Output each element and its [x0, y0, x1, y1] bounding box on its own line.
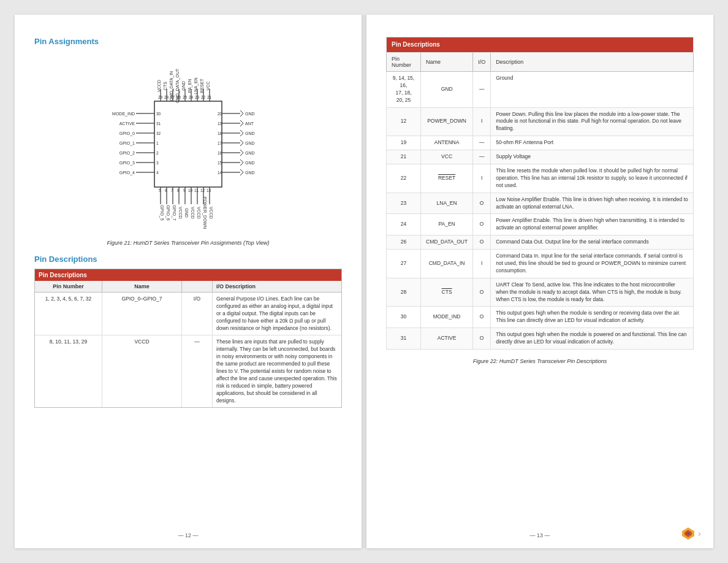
cell-desc: This output goes high when the module is…: [491, 328, 694, 350]
cell-io: O: [473, 328, 491, 350]
svg-text:19: 19: [218, 121, 222, 126]
svg-text:14: 14: [218, 170, 222, 175]
cell-pin: 24: [387, 214, 421, 236]
svg-text:4: 4: [156, 170, 159, 175]
svg-text:27: 27: [170, 95, 175, 99]
right-table-col-header-row: Pin Number Name I/O Description: [387, 53, 694, 72]
cell-pin: 9, 14, 15, 16,17, 18, 20, 25: [387, 72, 421, 108]
cell-name: RESET: [421, 164, 473, 193]
table-row: 23 LNA_EN O Low Noise Amplifier Enable. …: [387, 193, 694, 214]
svg-text:24: 24: [189, 95, 194, 99]
svg-text:25: 25: [183, 95, 188, 99]
cell-name: POWER_DOWN: [421, 107, 473, 136]
table-row: 22 RESET I This line resets the module w…: [387, 164, 694, 193]
cell-name: GPIO_0–GPIO_7: [102, 293, 182, 335]
cell-desc: This output goes high when the module is…: [491, 307, 694, 328]
table-row: 12 POWER_DOWN I Power Down. Pulling this…: [387, 107, 694, 136]
table-row: 19 ANTENNA — 50-ohm RF Antenna Port: [387, 136, 694, 150]
svg-text:3: 3: [156, 161, 159, 165]
cell-desc: Command Data In. Input line for the seri…: [491, 250, 694, 278]
cell-io: O: [473, 236, 491, 250]
cell-pin: 8, 10, 11, 13, 29: [35, 335, 102, 407]
svg-text:ANT: ANT: [245, 121, 254, 126]
page-number-right: — 13 —: [529, 532, 550, 538]
right-table-title-row: Pin Descriptions: [387, 37, 694, 53]
cell-pin: 28: [387, 278, 421, 307]
svg-text:2: 2: [156, 151, 159, 155]
svg-text:CTS: CTS: [163, 82, 167, 90]
svg-text:GND: GND: [245, 112, 255, 116]
table-row: 8, 10, 11, 13, 29 VCCD — These lines are…: [35, 335, 341, 407]
cell-io: —: [473, 136, 491, 150]
cell-name: ACTIVE: [421, 328, 473, 350]
svg-text:GPIO_6: GPIO_6: [165, 205, 170, 220]
logo-area: ›: [681, 526, 701, 541]
pin-diagram-area: VCCD CTS CMD_DATA_IN CMD_DATA_OUT GND PA…: [34, 52, 342, 236]
cell-desc: Supply Voltage: [491, 150, 694, 164]
cell-io: I: [473, 250, 491, 278]
right-col-desc: Description: [491, 53, 694, 72]
table-row: 30 MODE_IND O This output goes high when…: [387, 307, 694, 328]
table-row: 24 PA_EN O Power Amplifier Enable. This …: [387, 214, 694, 236]
right-page: Pin Descriptions Pin Number Name I/O Des…: [366, 15, 713, 548]
svg-text:29: 29: [158, 95, 163, 99]
table-row: 9, 14, 15, 16,17, 18, 20, 25 GND — Groun…: [387, 72, 694, 108]
svg-text:GPIO_7: GPIO_7: [172, 205, 176, 220]
svg-text:23: 23: [195, 95, 200, 99]
cell-desc: 50-ohm RF Antenna Port: [491, 136, 694, 150]
cell-pin: 27: [387, 250, 421, 278]
svg-text:GND: GND: [245, 131, 255, 136]
cell-io: —: [182, 335, 213, 407]
svg-text:20: 20: [218, 112, 222, 116]
svg-text:VCCD: VCCD: [209, 207, 213, 219]
svg-text:RESET: RESET: [200, 79, 204, 93]
cell-desc: Power Down. Pulling this line low places…: [491, 107, 694, 136]
table-header: Pin Descriptions: [35, 269, 341, 281]
right-page-content: Pin Descriptions Pin Number Name I/O Des…: [386, 37, 694, 531]
cell-desc: Command Data Out. Output line for the se…: [491, 236, 694, 250]
svg-text:ACTIVE: ACTIVE: [119, 121, 135, 126]
nav-arrow-right[interactable]: ›: [698, 529, 701, 538]
pin-assignments-title: Pin Assignments: [34, 37, 342, 46]
brand-logo: [681, 526, 696, 541]
cell-name: MODE_IND: [421, 307, 473, 328]
pin-diagram-svg: VCCD CTS CMD_DATA_IN CMD_DATA_OUT GND PA…: [87, 52, 289, 236]
svg-text:12: 12: [200, 188, 205, 193]
svg-text:GPIO_5: GPIO_5: [159, 205, 164, 220]
svg-text:21: 21: [207, 95, 212, 99]
svg-text:10: 10: [188, 188, 193, 193]
svg-text:GND: GND: [245, 151, 255, 155]
cell-desc: UART Clear To Send, active low. This lin…: [491, 278, 694, 307]
svg-text:9: 9: [183, 188, 186, 193]
page-number-left: — 12 —: [178, 532, 198, 538]
svg-text:16: 16: [218, 151, 222, 155]
svg-text:7: 7: [171, 188, 173, 193]
table-row: 31 ACTIVE O This output goes high when t…: [387, 328, 694, 350]
right-col-name: Name: [421, 53, 473, 72]
cell-desc: This line resets the module when pulled …: [491, 164, 694, 193]
right-figure-caption: Figure 22: HumDT Series Transceiver Pin …: [386, 358, 694, 364]
cell-name: CMD_DATA_IN: [421, 250, 473, 278]
svg-text:GPIO_1: GPIO_1: [119, 141, 135, 146]
table-row: 1, 2, 3, 4, 5, 6, 7, 32 GPIO_0–GPIO_7 I/…: [35, 293, 341, 335]
svg-text:13: 13: [207, 188, 211, 193]
svg-text:6: 6: [165, 188, 167, 193]
svg-text:VCC: VCC: [206, 82, 210, 91]
svg-text:VCCD: VCCD: [178, 207, 183, 219]
svg-text:26: 26: [176, 95, 181, 99]
svg-text:17: 17: [218, 141, 222, 145]
col-pin-number: Pin Number: [35, 281, 102, 292]
cell-pin: 19: [387, 136, 421, 150]
cell-desc: Power Amplifier Enable. This line is dri…: [491, 214, 694, 236]
cell-io: I/O: [182, 293, 213, 335]
svg-text:VCCD: VCCD: [191, 207, 195, 219]
cell-name: GND: [421, 72, 473, 108]
right-col-pin: Pin Number: [387, 53, 421, 72]
svg-text:28: 28: [164, 95, 169, 99]
cell-io: O: [473, 307, 491, 328]
right-col-io: I/O: [473, 53, 491, 72]
svg-rect-0: [154, 101, 222, 187]
cell-name: ANTENNA: [421, 136, 473, 150]
right-table-header: Pin Descriptions: [387, 37, 694, 53]
col-io: [182, 281, 213, 292]
